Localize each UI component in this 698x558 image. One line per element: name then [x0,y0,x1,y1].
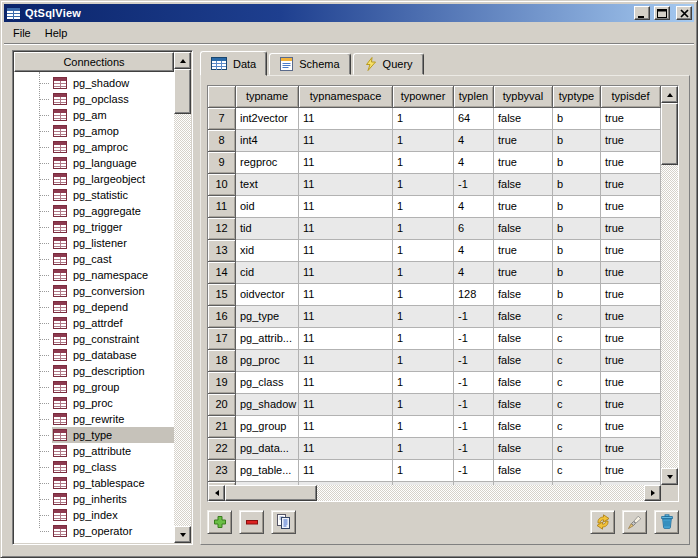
tree-item-pg_opclass[interactable]: pg_opclass [14,91,174,107]
table-cell[interactable]: false [494,218,553,240]
table-cell[interactable]: pg_attrib... [236,328,299,350]
table-cell[interactable]: true [601,372,661,394]
table-cell[interactable]: false [494,306,553,328]
table-cell[interactable]: true [601,438,661,460]
row-header[interactable]: 19 [208,372,236,394]
table-cell[interactable]: -1 [454,174,494,196]
tree-item-pg_amproc[interactable]: pg_amproc [14,139,174,155]
table-cell[interactable]: true [494,240,553,262]
scrollbar-track[interactable] [317,485,644,501]
tree-item-pg_amop[interactable]: pg_amop [14,123,174,139]
close-button[interactable] [676,6,692,20]
table-cell[interactable]: 11 [299,262,393,284]
tree-item-pg_statistic[interactable]: pg_statistic [14,187,174,203]
table-cell[interactable]: b [553,284,601,306]
tree-item-pg_database[interactable]: pg_database [14,347,174,363]
table-cell[interactable]: true [601,262,661,284]
table-cell[interactable]: 1 [393,130,454,152]
revert-button[interactable] [622,510,647,534]
table-cell[interactable]: c [553,416,601,438]
table-cell[interactable]: pg_class [236,372,299,394]
table-cell[interactable]: 11 [299,460,393,482]
table-cell[interactable]: pg_table... [236,460,299,482]
table-cell[interactable]: 11 [299,416,393,438]
table-cell[interactable]: -1 [454,306,494,328]
table-cell[interactable]: 4 [454,130,494,152]
table-cell[interactable]: 11 [299,372,393,394]
table-cell[interactable]: pg_group [236,416,299,438]
table-cell[interactable]: b [553,108,601,130]
table-cell[interactable]: false [494,350,553,372]
table-cell[interactable]: b [553,218,601,240]
table-cell[interactable]: text [236,174,299,196]
table-cell[interactable]: 1 [393,460,454,482]
table-cell[interactable]: c [553,328,601,350]
tree-item-pg_group[interactable]: pg_group [14,379,174,395]
table-cell[interactable]: false [494,394,553,416]
row-header[interactable]: 12 [208,218,236,240]
table-cell[interactable]: 1 [393,350,454,372]
table-cell[interactable]: b [553,262,601,284]
table-cell[interactable]: true [601,460,661,482]
table-cell[interactable]: 11 [299,306,393,328]
column-header-typowner[interactable]: typowner [393,86,454,108]
table-cell[interactable]: 4 [454,196,494,218]
table-cell[interactable]: true [494,262,553,284]
tree-item-pg_am[interactable]: pg_am [14,107,174,123]
tree-item-pg_listener[interactable]: pg_listener [14,235,174,251]
tab-schema[interactable]: Schema [269,53,350,75]
table-cell[interactable]: false [494,460,553,482]
scrollbar-track[interactable] [661,165,678,468]
maximize-button[interactable] [654,6,670,20]
table-cell[interactable]: 1 [393,262,454,284]
table-cell[interactable]: true [601,174,661,196]
column-header-typlen[interactable]: typlen [454,86,494,108]
row-header[interactable]: 18 [208,350,236,372]
table-cell[interactable]: false [494,108,553,130]
table-cell[interactable]: 11 [299,284,393,306]
remove-row-button[interactable] [239,510,264,534]
menu-help[interactable]: Help [38,24,75,42]
tree-item-pg_inherits[interactable]: pg_inherits [14,491,174,507]
scrollbar-track[interactable] [174,114,191,526]
scrollbar-thumb[interactable] [661,103,678,165]
tree-item-pg_operator[interactable]: pg_operator [14,523,174,539]
table-cell[interactable]: c [553,394,601,416]
refresh-button[interactable] [590,510,615,534]
table-cell[interactable]: true [601,394,661,416]
row-header[interactable]: 9 [208,152,236,174]
tree-item-pg_tablespace[interactable]: pg_tablespace [14,475,174,491]
tree-item-pg_attribute[interactable]: pg_attribute [14,443,174,459]
table-cell[interactable]: 11 [299,130,393,152]
delete-button[interactable] [654,510,679,534]
table-cell[interactable]: cid [236,262,299,284]
table-cell[interactable]: 11 [299,152,393,174]
table-cell[interactable]: true [601,196,661,218]
table-cell[interactable]: xid [236,240,299,262]
table-cell[interactable]: false [494,372,553,394]
menu-file[interactable]: File [6,24,38,42]
table-cell[interactable]: regproc [236,152,299,174]
tree-item-pg_constraint[interactable]: pg_constraint [14,331,174,347]
table-cell[interactable]: false [494,328,553,350]
table-cell[interactable]: 1 [393,196,454,218]
table-cell[interactable]: 1 [393,284,454,306]
table-cell[interactable]: true [494,130,553,152]
table-cell[interactable]: true [494,152,553,174]
tree-item-pg_depend[interactable]: pg_depend [14,299,174,315]
row-header[interactable]: 17 [208,328,236,350]
table-cell[interactable]: b [553,240,601,262]
table-cell[interactable]: -1 [454,460,494,482]
table-cell[interactable]: true [601,306,661,328]
row-header[interactable]: 16 [208,306,236,328]
table-cell[interactable]: -1 [454,438,494,460]
table-cell[interactable]: 11 [299,108,393,130]
table-cell[interactable]: true [601,240,661,262]
table-cell[interactable]: -1 [454,328,494,350]
table-cell[interactable]: false [494,174,553,196]
column-header-typisdef[interactable]: typisdef [601,86,661,108]
scroll-right-button[interactable] [644,485,661,501]
add-row-button[interactable] [207,510,232,534]
table-cell[interactable]: c [553,438,601,460]
scroll-down-button[interactable] [661,468,678,485]
